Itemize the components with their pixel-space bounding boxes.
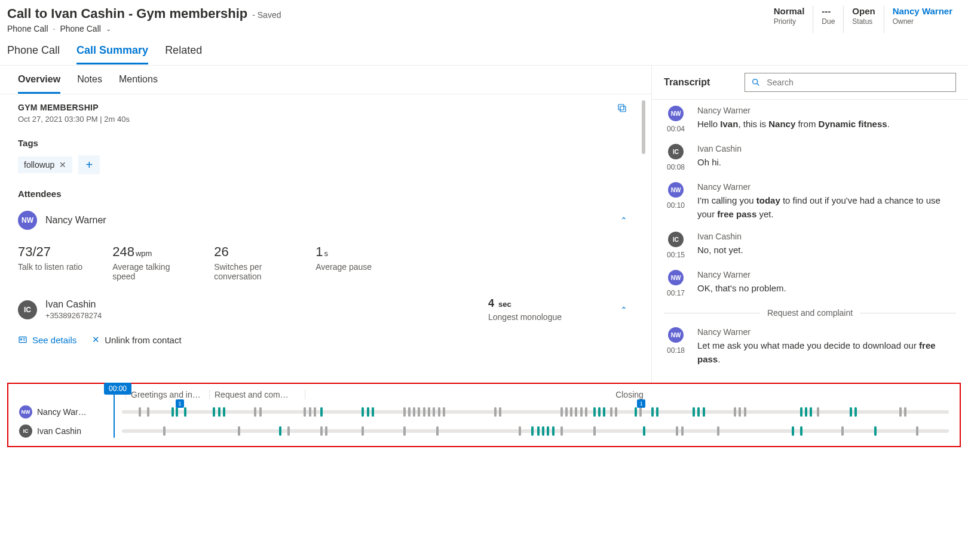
timeline-tick bbox=[744, 407, 746, 417]
timeline-tick bbox=[433, 407, 435, 417]
avatar: IC bbox=[18, 300, 37, 319]
timeline-tick bbox=[372, 407, 374, 417]
attendee-name: Nancy Warner bbox=[45, 215, 106, 226]
timeline-tick bbox=[438, 407, 440, 417]
copy-icon[interactable] bbox=[617, 103, 627, 113]
timeline-tick bbox=[304, 407, 306, 417]
timeline-panel: 00:00 Greetings and in… Request and com…… bbox=[7, 383, 961, 447]
timeline-track[interactable]: 11 bbox=[122, 410, 949, 414]
svg-line-7 bbox=[757, 84, 759, 85]
chevron-up-icon[interactable]: ⌃ bbox=[620, 305, 627, 315]
timeline-tick bbox=[147, 407, 149, 417]
priority-field[interactable]: Normal Priority bbox=[765, 6, 813, 33]
timeline-tick bbox=[171, 407, 174, 417]
subtab-notes[interactable]: Notes bbox=[77, 74, 102, 94]
transcript-entry[interactable]: NW00:04Nancy WarnerHello Ivan, this is N… bbox=[664, 106, 956, 133]
timeline-marker[interactable]: 1 bbox=[176, 399, 184, 408]
stat-talk-listen: 73/27 Talk to listen ratio bbox=[18, 244, 82, 281]
timeline-tick bbox=[560, 407, 563, 417]
timeline-tick bbox=[418, 407, 420, 417]
playhead-line[interactable] bbox=[114, 395, 115, 438]
transcript-text: I'm calling you today to find out if you… bbox=[697, 194, 956, 221]
transcript-entry[interactable]: IC00:15Ivan CashinNo, not yet. bbox=[664, 232, 956, 259]
page-title: Call to Ivan Cashin - Gym membership bbox=[7, 6, 247, 21]
transcript-title: Transcript bbox=[664, 77, 710, 88]
chevron-up-icon[interactable]: ⌃ bbox=[620, 216, 627, 225]
unlink-button[interactable]: ✕ Unlink from contact bbox=[92, 334, 181, 345]
timeline-tick bbox=[570, 407, 572, 417]
timeline-tick bbox=[874, 426, 877, 436]
timeline-tick bbox=[904, 407, 906, 417]
transcript-divider: Request and complaint bbox=[664, 308, 956, 318]
timeline-track[interactable] bbox=[122, 429, 949, 433]
timeline-tick bbox=[916, 426, 918, 436]
card-icon bbox=[18, 335, 27, 344]
stat-avg-pause: 1s Average pause bbox=[315, 244, 372, 281]
timeline-tick bbox=[367, 407, 369, 417]
subtab-overview[interactable]: Overview bbox=[18, 74, 60, 94]
tags-label: Tags bbox=[18, 138, 633, 148]
transcript-entry[interactable]: IC00:08Ivan CashinOh hi. bbox=[664, 144, 956, 171]
timeline-tick bbox=[615, 407, 617, 417]
timeline-tick bbox=[537, 426, 540, 436]
playhead-time[interactable]: 00:00 bbox=[104, 383, 131, 395]
svg-rect-1 bbox=[618, 104, 624, 110]
timeline-tick bbox=[800, 407, 802, 417]
timeline-tick bbox=[443, 407, 445, 417]
timeline-tick bbox=[841, 426, 844, 436]
tab-related[interactable]: Related bbox=[165, 44, 202, 64]
stat-avg-speed: 248wpm Average talking speed bbox=[112, 244, 184, 281]
breadcrumb-2[interactable]: Phone Call bbox=[60, 24, 101, 33]
sub-tabs: Overview Notes Mentions bbox=[0, 66, 651, 94]
see-details-button[interactable]: See details bbox=[18, 335, 76, 345]
search-input[interactable] bbox=[745, 73, 956, 92]
add-tag-button[interactable]: + bbox=[78, 155, 100, 174]
overview-body: GYM MEMBERSHIP Oct 27, 2021 03:30 PM | 2… bbox=[0, 94, 651, 357]
timeline-tick bbox=[542, 426, 544, 436]
timestamp: 00:15 bbox=[667, 251, 685, 259]
transcript-text: OK, that's no problem. bbox=[697, 282, 956, 296]
transcript-entry[interactable]: NW00:17Nancy WarnerOK, that's no problem… bbox=[664, 270, 956, 297]
avatar: NW bbox=[18, 211, 37, 230]
transcript-entry[interactable]: NW00:10Nancy WarnerI'm calling you today… bbox=[664, 182, 956, 221]
breadcrumb-1: Phone Call bbox=[7, 24, 48, 33]
tag-followup[interactable]: followup ✕ bbox=[18, 156, 72, 173]
transcript-text: Let me ask you what made you decide to d… bbox=[697, 339, 956, 366]
main-tabs: Phone Call Call Summary Related bbox=[0, 33, 968, 65]
avatar: IC bbox=[668, 144, 684, 159]
overview-meta: Oct 27, 2021 03:30 PM | 2m 40s bbox=[18, 115, 633, 124]
tab-call-summary[interactable]: Call Summary bbox=[76, 44, 148, 64]
status-field[interactable]: Open Status bbox=[843, 6, 883, 33]
timeline-tick bbox=[598, 407, 601, 417]
timeline-tick bbox=[287, 426, 290, 436]
timeline-tick bbox=[676, 426, 678, 436]
timeline-tick bbox=[580, 407, 583, 417]
timeline-tick bbox=[850, 407, 852, 417]
subtab-mentions[interactable]: Mentions bbox=[119, 74, 158, 94]
speaker-name: Nancy Warner bbox=[697, 106, 956, 115]
timeline-tick bbox=[362, 407, 364, 417]
close-icon[interactable]: ✕ bbox=[59, 160, 66, 170]
timeline-marker[interactable]: 1 bbox=[637, 399, 645, 408]
timeline-tick bbox=[656, 407, 658, 417]
transcript-text: No, not yet. bbox=[697, 244, 956, 257]
owner-field[interactable]: Nancy Warner Owner bbox=[884, 6, 961, 33]
timestamp: 00:08 bbox=[667, 163, 685, 171]
speaker-name: Ivan Cashin bbox=[697, 144, 956, 153]
tab-phone-call[interactable]: Phone Call bbox=[7, 44, 60, 64]
timeline-tick bbox=[693, 407, 695, 417]
timeline-tick bbox=[800, 426, 802, 436]
timeline-tick bbox=[184, 407, 186, 417]
timeline-tick bbox=[585, 407, 587, 417]
speaker-name: Nancy Warner bbox=[697, 270, 956, 279]
timeline-tick bbox=[436, 426, 439, 436]
svg-point-6 bbox=[753, 79, 758, 84]
due-field[interactable]: --- Due bbox=[813, 6, 843, 33]
attendee-phone: +353892678274 bbox=[45, 311, 102, 320]
scrollbar-thumb[interactable] bbox=[642, 100, 645, 154]
chevron-down-icon[interactable]: ⌄ bbox=[106, 25, 111, 33]
attendees-label: Attendees bbox=[18, 189, 633, 199]
timeline-tick bbox=[279, 426, 281, 436]
transcript-entry[interactable]: NW00:18Nancy WarnerLet me ask you what m… bbox=[664, 327, 956, 366]
svg-point-3 bbox=[20, 339, 22, 340]
